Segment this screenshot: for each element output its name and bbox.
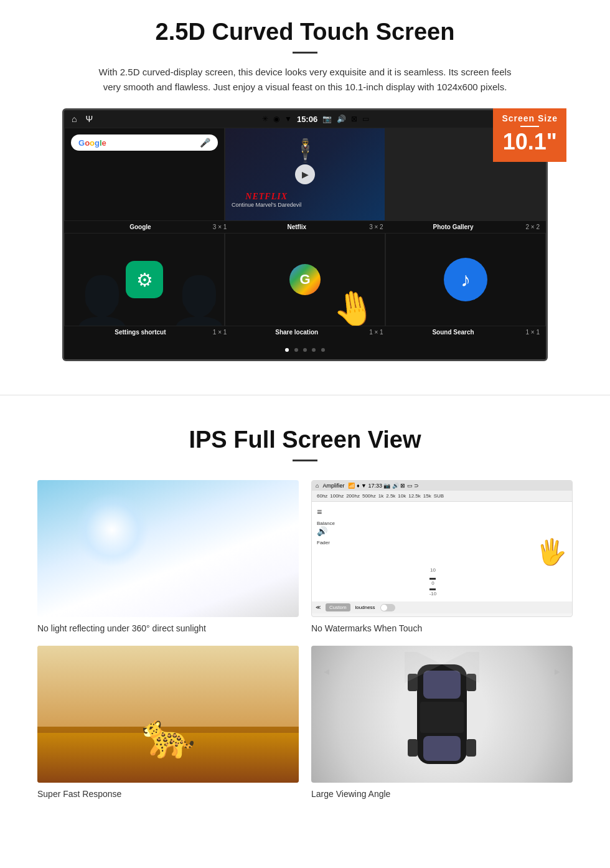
amp-freq-bar: 60hz100hz200hz500hz1k2.5k10k12.5k15kSUB — [312, 491, 572, 502]
hand-gesture-icon: 🤚 — [329, 285, 378, 326]
badge-title: Screen Size — [502, 113, 558, 123]
app-labels-row2: Settings shortcut 1 × 1 Share location 1… — [64, 326, 546, 338]
netflix-label: NETFLIX Continue Marvel's Daredevil — [232, 192, 301, 208]
app-labels-row1: Google 3 × 1 Netflix 3 × 2 Photo Gallery… — [64, 221, 546, 233]
settings-bg-icon: 👤 — [71, 273, 133, 326]
section-divider — [0, 395, 610, 395]
settings-size: 1 × 1 — [213, 329, 227, 336]
google-tile[interactable]: Google 🎤 — [64, 128, 225, 221]
badge-underline — [520, 126, 539, 127]
watermark-caption: No Watermarks When Touch — [311, 623, 573, 633]
screen-size-badge: Screen Size 10.1" — [493, 108, 566, 162]
bluetooth-icon: ✳ — [262, 115, 268, 123]
feature-sunlight: No light reflecting under 360° direct su… — [37, 480, 299, 633]
svg-rect-2 — [420, 702, 464, 733]
feature-car: ◂ ▸ Large Viewing Angle — [311, 646, 573, 799]
home-icon: ⌂ — [72, 114, 77, 124]
amp-loudness-label: loudness — [355, 605, 375, 610]
amp-left-panel: ≡ Balance🔊 Fader — [317, 507, 335, 597]
android-device: ⌂ Ψ ✳ ◉ ▼ 15:06 📷 🔊 ⊠ ▭ — [62, 108, 548, 361]
hand-on-sliders-icon: 🖐 — [536, 537, 567, 567]
google-logo: Google — [78, 138, 106, 148]
gallery-size: 2 × 2 — [525, 224, 540, 230]
amp-loudness-toggle[interactable] — [380, 604, 395, 611]
status-bar-center: ✳ ◉ ▼ 15:06 📷 🔊 ⊠ ▭ — [262, 115, 369, 124]
status-bar: ⌂ Ψ ✳ ◉ ▼ 15:06 📷 🔊 ⊠ ▭ — [64, 110, 546, 128]
scale-0: 0 — [431, 580, 434, 586]
amp-footer: ≪ Custom loudness — [312, 601, 572, 613]
feature-watermark: ⌂ Amplifier 📶 ♦ ▼ 17:33 📷 🔊 ⊠ ▭ ⊃ 60hz10… — [311, 480, 573, 633]
status-time: 15:06 — [297, 115, 317, 124]
svg-rect-6 — [408, 739, 418, 757]
netflix-label: Netflix — [227, 224, 367, 230]
signal-icon: ▼ — [284, 115, 292, 123]
netflix-tile[interactable]: 🕴 ▶ NETFLIX Continue Marvel's Daredevil — [225, 128, 385, 221]
gallery-label: Photo Gallery — [383, 224, 523, 230]
amp-fader-label: Fader — [317, 540, 335, 545]
google-search-bar[interactable]: Google 🎤 — [71, 134, 218, 151]
dot-5 — [321, 348, 325, 352]
slider-group: 10 0 -10 — [340, 567, 526, 597]
amp-balance-label: Balance🔊 — [317, 521, 335, 536]
scale-10: 10 — [430, 567, 436, 573]
amp-toggle-knob — [381, 605, 387, 611]
sound-search-tile[interactable]: ♪ — [385, 233, 546, 326]
app-grid-row1: Google 🎤 🕴 ▶ NETFLIX Continue Marve — [64, 128, 546, 221]
badge-size: 10.1" — [502, 131, 558, 153]
amp-back-icon: ≪ — [316, 605, 321, 610]
amp-title: Amplifier — [322, 483, 344, 489]
car-caption: Large Viewing Angle — [311, 789, 573, 799]
amplifier-image: ⌂ Amplifier 📶 ♦ ▼ 17:33 📷 🔊 ⊠ ▭ ⊃ 60hz10… — [311, 480, 573, 617]
amp-home-icon: ⌂ — [316, 483, 319, 489]
amp-sliders: 10 0 -10 🖐 — [340, 507, 567, 597]
section1-description: With 2.5D curved-display screen, this de… — [93, 65, 517, 95]
section1-title: 2.5D Curved Touch Screen — [37, 19, 573, 45]
maps-label: Share location — [227, 329, 367, 336]
scale-neg10: -10 — [429, 591, 437, 597]
dot-1 — [285, 348, 289, 352]
volume-icon: 🔊 — [337, 115, 346, 123]
cheetah-emoji: 🐆 — [141, 710, 195, 761]
settings-bg-icon2: 👤 — [168, 273, 225, 326]
device-wrapper: Screen Size 10.1" ⌂ Ψ ✳ ◉ ▼ 15:06 📷 🔊 — [50, 108, 560, 361]
feature-grid: No light reflecting under 360° direct su… — [37, 480, 573, 799]
netflix-size: 3 × 2 — [369, 224, 383, 230]
sunlight-caption: No light reflecting under 360° direct su… — [37, 623, 299, 633]
camera-icon: 📷 — [322, 115, 332, 123]
netflix-play-button[interactable]: ▶ — [295, 164, 315, 184]
sun-glow — [75, 493, 149, 567]
settings-label: Settings shortcut — [70, 329, 210, 336]
feature-cheetah: 🐆 Super Fast Response — [37, 646, 299, 799]
dot-2 — [294, 348, 298, 352]
netflix-subtitle: Continue Marvel's Daredevil — [232, 202, 301, 208]
google-size: 3 × 1 — [213, 224, 227, 230]
section2-title: IPS Full Screen View — [37, 427, 573, 453]
google-mic-icon[interactable]: 🎤 — [200, 138, 210, 148]
window-icon: ▭ — [362, 115, 369, 123]
section2-underline — [293, 460, 317, 461]
amp-status-icons: 📶 ♦ ▼ 17:33 📷 🔊 ⊠ ▭ ⊃ — [348, 483, 419, 489]
app-grid-row2: 👤 👤 ⚙ G 🤚 ♪ — [64, 233, 546, 326]
location-icon: ◉ — [273, 115, 279, 123]
section-ips-screen: IPS Full Screen View No light reflecting… — [0, 414, 610, 818]
sound-search-icon: ♪ — [444, 258, 487, 301]
amp-header: ⌂ Amplifier 📶 ♦ ▼ 17:33 📷 🔊 ⊠ ▭ ⊃ — [312, 481, 572, 491]
amp-custom-button[interactable]: Custom — [326, 603, 350, 611]
status-bar-left: ⌂ Ψ — [72, 114, 93, 124]
netflix-figure: 🕴 — [291, 138, 319, 164]
cheetah-caption: Super Fast Response — [37, 789, 299, 799]
sound-label: Sound Search — [383, 329, 523, 336]
dot-4 — [312, 348, 316, 352]
slider-thumb-1 — [429, 578, 436, 580]
left-angle-arrow: ◂ — [324, 664, 329, 678]
close-icon: ⊠ — [351, 115, 357, 123]
amp-equalizer-icon: ≡ — [317, 507, 335, 517]
svg-rect-3 — [423, 736, 461, 761]
section1-underline — [293, 52, 317, 54]
svg-rect-1 — [423, 671, 461, 699]
sound-size: 1 × 1 — [525, 329, 540, 336]
maps-size: 1 × 1 — [369, 329, 383, 336]
usb-icon: Ψ — [85, 114, 93, 124]
settings-tile[interactable]: 👤 👤 ⚙ — [64, 233, 225, 326]
share-location-tile[interactable]: G 🤚 — [225, 233, 385, 326]
